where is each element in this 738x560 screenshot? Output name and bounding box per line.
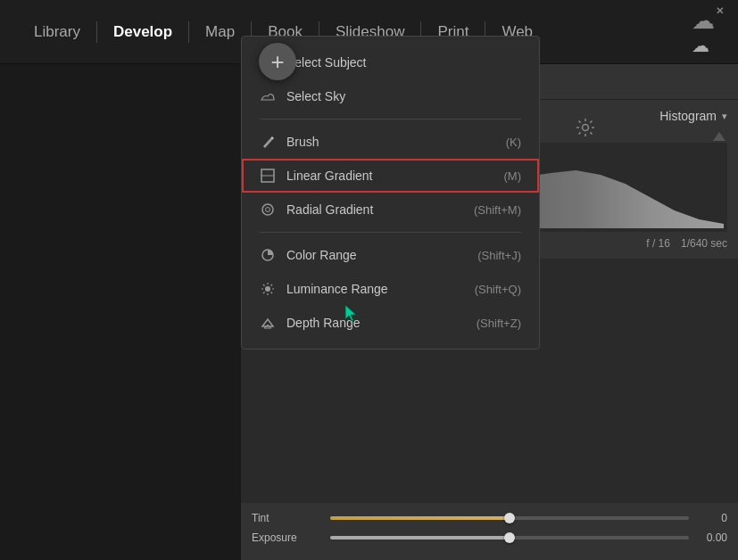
radial-gradient-shortcut: (Shift+M): [474, 203, 521, 217]
radial-gradient-svg-icon: [261, 202, 275, 217]
depth-range-shortcut: (Shift+Z): [477, 317, 521, 330]
separator-2: [260, 232, 521, 233]
svg-point-12: [262, 204, 273, 215]
histogram-dropdown-icon[interactable]: ▾: [722, 111, 727, 122]
nav-develop[interactable]: Develop: [97, 0, 188, 63]
cloud-sync-button[interactable]: ☁✕: [692, 7, 720, 56]
gear-icon: [576, 118, 595, 137]
exposure-slider[interactable]: [330, 536, 689, 539]
luminance-range-shortcut: (Shift+Q): [475, 283, 521, 296]
svg-line-23: [263, 292, 265, 294]
svg-line-7: [590, 121, 592, 123]
svg-line-22: [271, 284, 273, 286]
color-range-label: Color Range: [286, 248, 467, 262]
color-range-shortcut: (Shift+J): [477, 249, 521, 262]
mask-menu-item-radial-gradient[interactable]: Radial Gradient (Shift+M): [242, 193, 539, 226]
highlight-clipping-icon[interactable]: [713, 132, 726, 141]
linear-gradient-icon: [260, 168, 276, 184]
nav-library[interactable]: Library: [18, 0, 96, 63]
mask-menu-item-select-sky[interactable]: Select Sky: [242, 79, 539, 113]
tint-fill: [330, 516, 510, 520]
depth-range-label: Depth Range: [286, 316, 466, 330]
tint-thumb[interactable]: [504, 513, 515, 523]
color-range-svg-icon: [261, 248, 275, 262]
add-mask-button[interactable]: +: [259, 43, 296, 80]
svg-line-21: [271, 292, 273, 294]
shutter-speed-value: 1/640 sec: [681, 237, 727, 250]
luminance-range-icon: [260, 281, 276, 297]
select-sky-icon: [260, 88, 276, 104]
svg-point-15: [265, 286, 270, 292]
exposure-fill: [330, 536, 510, 539]
exposure-value: 0.00: [696, 531, 727, 544]
aperture-value: f / 16: [646, 237, 670, 250]
sky-icon: [261, 89, 275, 103]
gear-settings-button[interactable]: [576, 118, 595, 141]
depth-range-svg-icon: [261, 316, 275, 330]
brush-icon: [260, 134, 276, 150]
exposure-thumb[interactable]: [504, 532, 515, 543]
mask-menu-item-linear-gradient[interactable]: Linear Gradient (M): [242, 159, 539, 193]
luminance-range-svg-icon: [261, 282, 275, 296]
svg-line-8: [579, 132, 581, 134]
svg-line-6: [590, 132, 592, 134]
tint-label: Tint: [252, 512, 323, 524]
select-sky-label: Select Sky: [286, 89, 510, 103]
svg-line-5: [579, 121, 581, 123]
sliders-area: Tint 0 Exposure 0.00: [241, 503, 738, 560]
select-subject-label: Select Subject: [286, 55, 510, 70]
luminance-range-label: Luminance Range: [286, 282, 464, 296]
depth-range-icon: [260, 315, 276, 331]
color-range-icon: [260, 247, 276, 263]
radial-gradient-label: Radial Gradient: [286, 202, 463, 217]
radial-gradient-icon: [260, 202, 276, 218]
separator-1: [260, 119, 521, 119]
mask-menu: Select Subject Select Sky Brush (K): [241, 36, 540, 350]
exposure-label: Exposure: [252, 531, 323, 544]
linear-gradient-label: Linear Gradient: [286, 169, 493, 183]
mask-menu-item-brush[interactable]: Brush (K): [242, 125, 539, 159]
brush-svg-icon: [261, 135, 275, 149]
brush-shortcut: (K): [506, 136, 521, 149]
tint-slider[interactable]: [330, 516, 689, 520]
linear-gradient-svg-icon: [261, 169, 275, 183]
brush-label: Brush: [286, 135, 495, 149]
svg-line-20: [263, 284, 265, 286]
left-panel: [0, 64, 241, 560]
tint-value: 0: [696, 512, 727, 524]
mask-menu-item-luminance-range[interactable]: Luminance Range (Shift+Q): [242, 272, 539, 306]
exposure-row: Exposure 0.00: [252, 531, 727, 544]
svg-point-13: [266, 208, 270, 212]
histogram-label: Histogram: [659, 109, 717, 123]
tint-row: Tint 0: [252, 512, 727, 524]
mask-menu-item-depth-range[interactable]: Depth Range (Shift+Z): [242, 306, 539, 340]
mask-menu-item-color-range[interactable]: Color Range (Shift+J): [242, 238, 539, 272]
linear-gradient-shortcut: (M): [504, 169, 522, 183]
svg-point-0: [583, 125, 589, 131]
cloud-error-icon: ✕: [716, 5, 724, 17]
